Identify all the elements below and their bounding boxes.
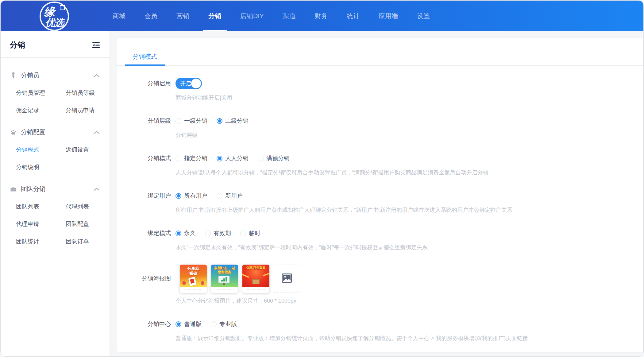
cartoon-head-graphic [201,281,204,285]
field-label: 绑定模式 [117,229,171,237]
form-row-mode: 分销模式 指定分销 人人分销 满额分销 [117,152,625,176]
field-help: 人人分销”默认每个人都可以分销，“指定分销”仅可后台手动设置推广员，“满额分销”… [175,169,625,176]
sidebar-item-team-statistics[interactable]: 团队统计 [16,238,66,246]
section-header-distributors[interactable]: 分销员 [1,71,110,80]
radio-checked-icon [217,118,222,124]
content-card: 分销模式 分销启用 开启 商城分销功能开启|关闭 [117,38,643,352]
brand-logo[interactable]: 缘 优选 [40,2,69,31]
radio-checked-icon [175,193,181,199]
poster-thumbnail-friends-fortune[interactable]: 亲朋好友 一起发财致富 [211,265,238,293]
nav-item-settings[interactable]: 设置 [416,1,431,31]
radio-bind-permanent[interactable]: 永久 [175,229,196,237]
chevron-up-icon [94,74,100,77]
sidebar-item-distribution-description[interactable]: 分销说明 [16,163,66,171]
sidebar-item-distributor-levels[interactable]: 分销员等级 [66,89,110,97]
nav-item-channels[interactable]: 渠道 [282,1,297,31]
form-row-bind-user: 绑定用户 所有用户 新用户 所有用户”指所有没有上级推广人的用户点击或扫推广人码… [117,190,625,214]
briefcase-icon [10,186,17,192]
section-header-distribution-config[interactable]: 分销配置 [1,128,110,136]
poster-footer [180,287,207,293]
radio-center-standard[interactable]: 普通版 [175,320,202,328]
nav-item-finance[interactable]: 财务 [314,1,329,31]
poster-thumbnail-share-earn[interactable]: 分享就赚钱 [180,265,207,293]
form-row-center: 分销中心 普通版 专业版 普通版：展示详细分销数据。专业版：增加分销统计页面，帮… [117,318,625,342]
field-help: 个人中心分销海报图片，建议尺寸：600 * 1000px [175,297,625,305]
radio-mode-everyone[interactable]: 人人分销 [217,154,249,162]
poster-footer [211,287,238,293]
sidebar-section-team-distribution: 团队分销 团队列表 代理列表 代理申请 团队配置 团队统计 团队订单 [1,185,110,246]
sidebar-section-distributors: 分销员 分销员管理 分销员等级 佣金记录 分销员申请 [1,71,110,114]
sidebar-item-team-orders[interactable]: 团队订单 [66,238,110,246]
sidebar-item-team-config[interactable]: 团队配置 [66,220,110,228]
app-window: 缘 优选 商城 会员 营销 分销 店铺DIY 渠道 财务 统计 应用端 设置 分… [0,0,644,357]
main-area: 分销模式 分销启用 开启 商城分销功能开启|关闭 [110,31,643,357]
sidebar-item-agent-list[interactable]: 代理列表 [66,203,110,211]
sidebar-item-distributor-management[interactable]: 分销员管理 [16,89,66,97]
radio-icon [205,231,211,236]
poster-thumbnail-instant-rich[interactable]: 分享 秒变富翁 [242,265,269,293]
field-label: 分销海报图 [117,275,171,283]
form-row-bind-mode: 绑定模式 永久 有效期 临时 [117,227,625,251]
poster-footer [242,287,269,293]
sidebar-item-agent-applications[interactable]: 代理申请 [16,220,66,228]
divider [1,57,110,58]
radio-level-1[interactable]: 一级分销 [175,117,207,125]
radio-bind-new-users[interactable]: 新用户 [217,192,243,200]
tab-bar: 分销模式 [117,38,643,66]
field-label: 绑定用户 [117,192,171,200]
radio-center-professional[interactable]: 专业版 [211,320,237,328]
radio-icon [217,193,222,199]
distribution-enable-switch[interactable]: 开启 [175,78,202,89]
radio-mode-threshold[interactable]: 满额分销 [258,154,290,162]
field-help: 普通版：展示详细分销数据。专业版：增加分销统计页面，帮助分销员快速了解分销情况。… [175,335,625,342]
nav-item-members[interactable]: 会员 [143,1,159,31]
field-help: 商城分销功能开启|关闭 [175,94,625,101]
section-label: 团队分销 [21,185,94,193]
form-row-enable: 分销启用 开启 商城分销功能开启|关闭 [117,77,625,101]
main-nav: 商城 会员 营销 分销 店铺DIY 渠道 财务 统计 应用端 设置 [111,1,431,31]
nav-item-statistics[interactable]: 统计 [345,1,361,31]
radio-icon [240,231,246,236]
nav-item-shop-diy[interactable]: 店铺DIY [239,1,265,31]
form-row-posters: 分销海报图 分享就赚钱 [117,265,625,305]
radio-bind-temporary[interactable]: 临时 [240,229,260,237]
section-label: 分销员 [21,71,94,80]
section-header-team-distribution[interactable]: 团队分销 [1,185,110,193]
radio-icon [175,118,181,124]
sidebar-item-commission-records[interactable]: 佣金记录 [16,107,66,114]
section-label: 分销配置 [21,128,94,136]
radio-mode-designated[interactable]: 指定分销 [175,154,207,162]
sidebar-item-distribution-mode[interactable]: 分销模式 [16,146,66,154]
field-label: 分销模式 [117,154,171,162]
nav-item-marketing[interactable]: 营销 [175,1,191,31]
sidebar-item-distributor-applications[interactable]: 分销员申请 [66,107,110,114]
nav-item-mall[interactable]: 商城 [111,1,127,31]
menu-fold-icon[interactable] [92,41,100,49]
radio-icon [211,321,217,327]
radio-level-2[interactable]: 二级分销 [217,117,249,125]
radio-checked-icon [175,231,181,236]
radio-bind-all-users[interactable]: 所有用户 [175,192,207,200]
poster-upload-button[interactable] [274,265,300,293]
tab-distribution-mode[interactable]: 分销模式 [125,48,165,65]
nav-item-apps[interactable]: 应用端 [377,1,399,31]
burst-ray-graphic [242,274,249,278]
sidebar-item-rebate-settings[interactable]: 返佣设置 [66,146,110,154]
nav-item-distribution[interactable]: 分销 [207,1,222,31]
burst-ray-graphic [263,273,269,277]
radio-icon [258,156,264,161]
radio-checked-icon [217,156,222,161]
chevron-up-icon [94,130,100,134]
switch-on-label: 开启 [180,80,191,87]
top-navbar: 缘 优选 商城 会员 营销 分销 店铺DIY 渠道 财务 统计 应用端 设置 [1,1,643,31]
logo-text-line2: 优选 [45,16,64,30]
field-label: 分销启用 [117,80,171,87]
sidebar-item-team-list[interactable]: 团队列表 [16,203,66,211]
sidebar: 分销 [1,31,110,357]
field-help: 所有用户”指所有没有上级推广人的用户点击或扫推广人码绑定分销关系，“新用户”指新… [175,206,625,214]
radio-icon [175,156,181,161]
switch-knob [191,79,201,88]
radio-bind-validity-period[interactable]: 有效期 [205,229,231,237]
parcel-box-graphic [252,279,260,284]
distribution-mode-form: 分销启用 开启 商城分销功能开启|关闭 分销层级 [117,66,643,352]
